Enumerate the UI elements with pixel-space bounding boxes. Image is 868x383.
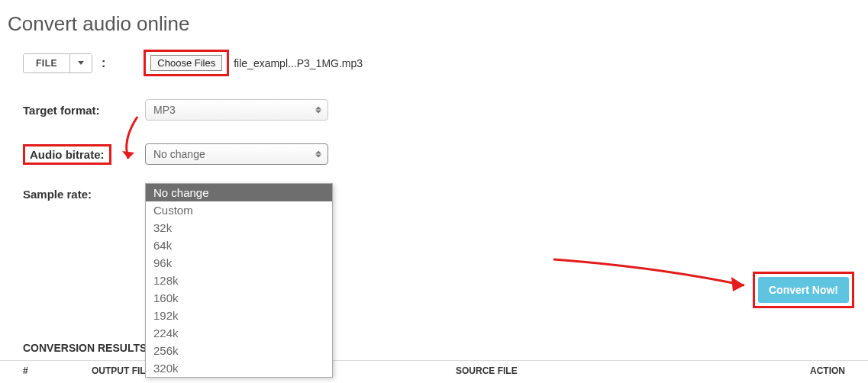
bitrate-option[interactable]: 32k (146, 219, 332, 237)
target-format-label: Target format: (23, 104, 145, 117)
choose-files-button[interactable]: Choose Files (150, 55, 222, 71)
bitrate-option[interactable]: 128k (146, 272, 332, 289)
target-format-value: MP3 (153, 104, 176, 116)
audio-bitrate-row: Audio bitrate: No change (23, 143, 860, 165)
caret-down-icon (78, 61, 84, 65)
select-arrows-icon (315, 151, 321, 158)
col-hash: # (23, 365, 92, 376)
bitrate-option[interactable]: 256k (146, 342, 332, 359)
chosen-filename: file_exampl...P3_1MG.mp3 (234, 57, 363, 69)
col-action: ACTION (784, 365, 845, 376)
audio-bitrate-value: No change (153, 148, 205, 160)
conversion-results-label: CONVERSION RESULTS: (23, 342, 150, 354)
file-button[interactable]: FILE (24, 54, 69, 72)
file-source-caret[interactable] (69, 54, 92, 72)
bitrate-option[interactable]: 64k (146, 237, 332, 254)
annotation-arrow-icon (550, 252, 763, 298)
file-row: FILE : Choose Files file_exampl...P3_1MG… (23, 50, 860, 76)
sample-rate-label: Sample rate: (23, 188, 145, 201)
col-source: SOURCE FILE (456, 365, 784, 376)
convert-highlight: Convert Now! (753, 272, 854, 308)
bitrate-option[interactable]: 160k (146, 289, 332, 307)
bitrate-option[interactable]: No change (146, 184, 332, 201)
target-format-select[interactable]: MP3 (145, 99, 328, 121)
bitrate-option[interactable]: Custom (146, 201, 332, 219)
bitrate-option[interactable]: 192k (146, 307, 332, 324)
audio-bitrate-select[interactable]: No change (145, 143, 328, 165)
select-arrows-icon (315, 107, 321, 114)
page-title: Convert audio online (0, 0, 868, 42)
audio-bitrate-label: Audio bitrate: (23, 144, 111, 165)
bitrate-option[interactable]: 224k (146, 324, 332, 342)
audio-bitrate-dropdown[interactable]: No changeCustom32k64k96k128k160k192k224k… (145, 183, 333, 378)
file-source-button-group[interactable]: FILE (23, 53, 92, 73)
svg-marker-1 (731, 277, 744, 291)
file-colon: : (102, 56, 105, 70)
choose-files-highlight: Choose Files (144, 50, 229, 76)
bitrate-option[interactable]: 96k (146, 254, 332, 272)
results-table-header: # OUTPUT FILE SOURCE FILE ACTION (0, 360, 868, 381)
target-format-row: Target format: MP3 (23, 99, 860, 121)
convert-now-button[interactable]: Convert Now! (758, 277, 849, 303)
bitrate-option[interactable]: 320k (146, 359, 332, 377)
